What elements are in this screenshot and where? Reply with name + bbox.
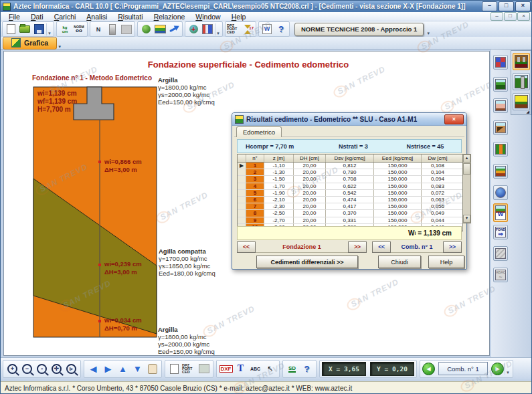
report-button[interactable]: W xyxy=(260,23,274,35)
tab-grafica[interactable]: Grafica xyxy=(3,37,57,50)
fondazione-next-button[interactable]: >> xyxy=(348,241,367,253)
row-selector-cell[interactable] xyxy=(238,190,246,196)
results-table[interactable]: n° z [m] DH [cm] Dsv [kg/cmq] Eed [kg/cm… xyxy=(237,154,463,231)
help-dialog-button[interactable]: Help xyxy=(428,256,464,268)
open-file-button[interactable] xyxy=(18,23,31,35)
dialog-title-bar[interactable]: Risultati cedimento - Edometrico ** SLU … xyxy=(232,113,466,126)
scroll-track[interactable] xyxy=(463,175,470,215)
tab-row-dropdown[interactable]: ▼ xyxy=(57,37,62,49)
child-restore-button[interactable]: □ xyxy=(504,12,517,21)
save-file-button[interactable] xyxy=(32,23,46,35)
sidebar-soil-profile-button[interactable] xyxy=(493,77,508,92)
close-button[interactable]: × xyxy=(515,1,531,11)
sd-button[interactable]: SD xyxy=(285,362,299,376)
norm-selector-dropdown[interactable]: ▼ xyxy=(426,23,431,35)
pan-down-button[interactable]: ▼ xyxy=(130,362,145,376)
results-dialog[interactable]: Risultati cedimento - Edometrico ** SLU … xyxy=(232,112,467,270)
child-close-button[interactable]: × xyxy=(517,12,530,21)
menu-carichi[interactable]: Carichi xyxy=(49,13,82,21)
chiudi-button[interactable]: Chiudi xyxy=(378,256,421,268)
comb-next-button[interactable]: >> xyxy=(443,241,462,253)
scroll-up-icon[interactable]: ▲ xyxy=(463,155,470,163)
analysis-group-dropdown[interactable]: ▼ xyxy=(215,23,221,35)
print-preview-button[interactable] xyxy=(167,362,181,376)
help-bottom-button[interactable]: ? xyxy=(300,362,314,376)
north-axes-button[interactable]: N xyxy=(92,23,105,35)
zoom-page-button[interactable]: ▫ xyxy=(35,362,49,376)
row-selector-cell[interactable] xyxy=(238,169,246,175)
cedimenti-differenziali-button[interactable]: Cedimenti differenziali >> xyxy=(256,256,358,268)
row-selector-cell[interactable] xyxy=(238,210,246,216)
sidebar-column-button[interactable] xyxy=(493,142,508,157)
text-tool-button[interactable]: T xyxy=(234,362,248,376)
row-selector-cell[interactable] xyxy=(238,217,246,223)
zoom-in-button[interactable]: + xyxy=(5,362,19,376)
child-minimize-button[interactable]: – xyxy=(491,12,503,21)
table-row[interactable]: 3-1,5020,000,708150,0000,094 xyxy=(238,176,462,183)
norm-button[interactable]: NORMoo xyxy=(72,23,86,35)
norm-selector[interactable]: NORME TECNICHE 2008 - Approccio 1 xyxy=(294,23,424,36)
history-button[interactable]: 17 xyxy=(241,23,254,35)
minimize-button[interactable]: – xyxy=(482,1,497,11)
table-row[interactable]: ▶1-1,1020,000,812150,0000,108 xyxy=(238,163,462,169)
comb-next-round-button[interactable]: ▶ xyxy=(491,363,504,375)
sidebar-excavation-button[interactable] xyxy=(493,120,508,135)
menu-relazione[interactable]: Relazione xyxy=(149,13,191,21)
scroll-down-icon[interactable]: ▼ xyxy=(463,215,470,223)
maximize-button[interactable]: □ xyxy=(499,1,514,11)
dpz-button[interactable]: DPZ PORT CED xyxy=(227,23,240,35)
sidebar-fond-button[interactable]: FOND⇒ xyxy=(493,225,508,239)
dpz-export-button[interactable]: DPZ PORT CED xyxy=(182,362,196,376)
scroll-thumb[interactable] xyxy=(463,163,470,175)
row-selector-cell[interactable] xyxy=(238,176,246,182)
table-row[interactable]: 2-1,3020,000,780150,0000,104 xyxy=(238,169,462,176)
sidebar-stratigraphy-button[interactable] xyxy=(493,98,508,113)
section-button[interactable] xyxy=(167,23,181,35)
pointer-button[interactable]: ↖ xyxy=(263,362,277,376)
pan-left-button[interactable]: ◀ xyxy=(86,362,100,376)
table-row[interactable]: 6-2,1020,000,474150,0000,063 xyxy=(238,197,462,203)
new-file-button[interactable] xyxy=(4,23,17,35)
zoom-window-button[interactable]: ▹ xyxy=(64,362,78,376)
table-row[interactable]: 4-1,7020,000,622150,0000,083 xyxy=(238,183,462,190)
file-group-dropdown[interactable]: ▼ xyxy=(46,23,52,35)
menu-help[interactable]: Help xyxy=(226,13,252,21)
globe-button[interactable]: + xyxy=(187,23,200,35)
comb-prev-button[interactable]: << xyxy=(372,241,391,253)
units-button[interactable]: kgcm xyxy=(58,23,72,35)
sidebar-settlement-button[interactable]: W xyxy=(493,203,508,222)
menu-analisi[interactable]: Analisi xyxy=(81,13,112,21)
flyout-embankment-button[interactable] xyxy=(513,93,530,110)
zoom-out-button[interactable]: − xyxy=(20,362,34,376)
pan-right-button[interactable]: ▶ xyxy=(101,362,115,376)
flyout-pile-button[interactable] xyxy=(513,73,530,90)
sidebar-loads-button[interactable] xyxy=(493,55,508,70)
row-selector-cell[interactable] xyxy=(238,183,246,189)
layers-button[interactable] xyxy=(153,23,167,35)
menu-window[interactable]: Window xyxy=(190,13,226,21)
sidebar-bulb-button[interactable] xyxy=(493,185,508,200)
blank-tool-button[interactable] xyxy=(120,23,133,35)
comb-group-dropdown[interactable]: ▼ xyxy=(505,363,511,375)
table-row[interactable]: 9-2,7020,000,331150,0000,044 xyxy=(238,217,462,224)
zoom-extents-button[interactable]: ✛ xyxy=(50,362,64,376)
print-button[interactable] xyxy=(197,362,211,376)
menu-file[interactable]: File xyxy=(3,13,25,21)
help-button[interactable]: ? xyxy=(274,23,288,35)
comb-prev-round-button[interactable]: ◀ xyxy=(422,363,435,375)
flyout-footings-button[interactable] xyxy=(513,53,530,70)
spellcheck-button[interactable]: ABC xyxy=(248,362,262,376)
dxf-export-button[interactable]: DXF xyxy=(219,362,233,376)
row-selector-cell[interactable]: ▶ xyxy=(238,163,246,169)
piston-button[interactable] xyxy=(106,23,119,35)
table-row[interactable]: 8-2,5020,000,370150,0000,049 xyxy=(238,210,462,217)
pan-up-button[interactable]: ▲ xyxy=(116,362,130,376)
flyout-corner-arrow-icon[interactable]: ◢ xyxy=(526,109,529,114)
menu-dati[interactable]: Dati xyxy=(25,13,49,21)
render-button[interactable] xyxy=(139,23,153,35)
row-selector-cell[interactable] xyxy=(238,203,246,209)
survey-button[interactable] xyxy=(201,23,214,35)
pan-hand-button[interactable] xyxy=(145,362,159,376)
row-selector-cell[interactable] xyxy=(238,197,246,203)
table-scrollbar[interactable]: ▲ ▼ xyxy=(462,154,471,223)
